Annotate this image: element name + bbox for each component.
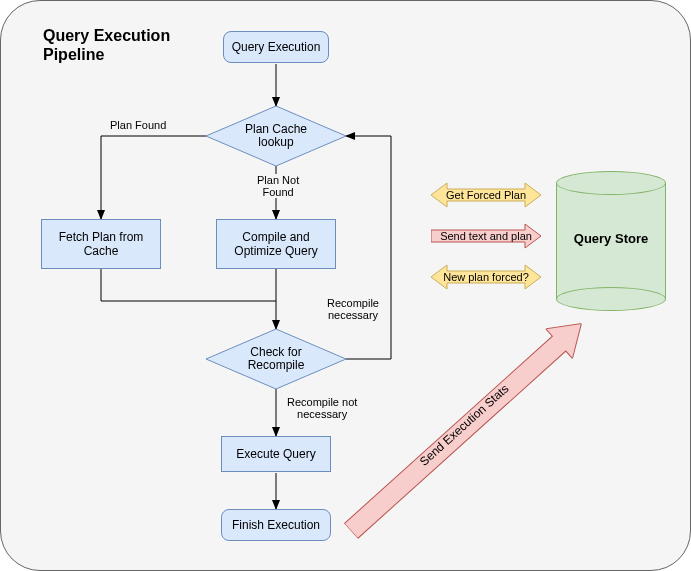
diagram-title: Query Execution Pipeline (43, 26, 170, 64)
arrow-send-text-plan-label: Send text and plan (440, 230, 532, 242)
pipeline-container: Query Execution Pipeline Query Execution… (0, 0, 691, 571)
node-recompile: Check for Recompile (206, 329, 346, 389)
arrow-send-text-plan: Send text and plan (431, 223, 541, 249)
arrow-send-execution-stats: Send Execution Stats (338, 309, 595, 546)
arrow-send-execution-stats-label: Send Execution Stats (344, 316, 584, 534)
node-finish: Finish Execution (221, 509, 331, 541)
arrow-new-plan-forced-label: New plan forced? (443, 271, 529, 283)
node-start-label: Query Execution (232, 40, 321, 54)
node-plan-cache-label: Plan Cache lookup (206, 106, 346, 166)
node-recompile-label: Check for Recompile (206, 329, 346, 389)
node-compile-label: Compile and Optimize Query (234, 230, 317, 258)
arrow-get-forced-plan-label: Get Forced Plan (446, 189, 526, 201)
node-query-store: Query Store (556, 171, 666, 311)
arrow-get-forced-plan: Get Forced Plan (431, 181, 541, 209)
node-execute-label: Execute Query (236, 447, 315, 461)
node-plan-cache: Plan Cache lookup (206, 106, 346, 166)
arrow-new-plan-forced: New plan forced? (431, 263, 541, 291)
edge-plan-not-found: Plan Not Found (256, 174, 300, 198)
node-execute: Execute Query (221, 436, 331, 472)
node-fetch-cache: Fetch Plan from Cache (41, 219, 161, 269)
node-finish-label: Finish Execution (232, 518, 320, 532)
node-fetch-cache-label: Fetch Plan from Cache (59, 230, 144, 258)
node-query-store-label: Query Store (556, 231, 666, 246)
node-compile: Compile and Optimize Query (216, 219, 336, 269)
edge-recompile-not-necessary: Recompile not necessary (286, 396, 358, 420)
node-start: Query Execution (223, 31, 329, 63)
edge-plan-found: Plan Found (109, 119, 167, 131)
edge-recompile-necessary: Recompile necessary (326, 297, 380, 321)
